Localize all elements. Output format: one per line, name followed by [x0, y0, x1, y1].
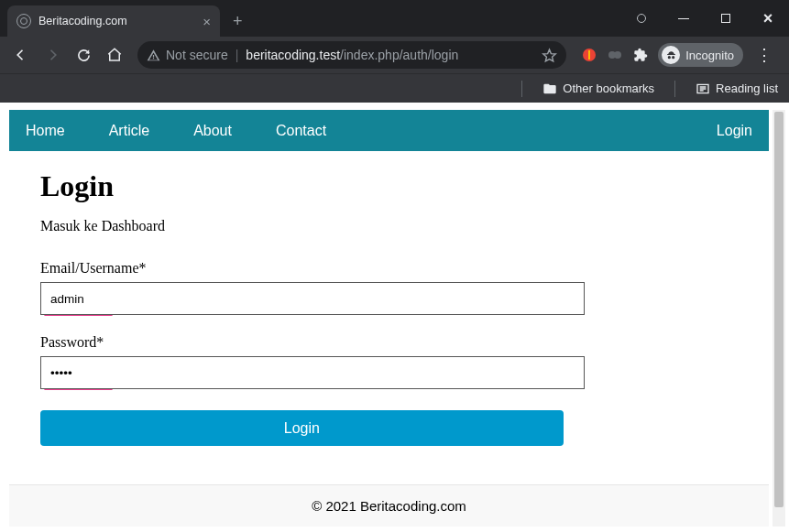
login-button[interactable]: Login: [40, 410, 564, 446]
window-minimize-button[interactable]: [663, 0, 705, 37]
window-close-button[interactable]: ×: [747, 0, 789, 37]
tab-title: Beritacoding.com: [38, 15, 195, 27]
nav-link-about[interactable]: About: [193, 123, 232, 139]
nav-home-button[interactable]: [101, 41, 128, 69]
nav-reload-button[interactable]: [70, 41, 97, 69]
page-subtitle: Masuk ke Dashboard: [40, 218, 738, 234]
window-maximize-button[interactable]: [705, 0, 747, 37]
email-label: Email/Username*: [40, 260, 738, 277]
scrollbar[interactable]: [773, 110, 785, 527]
nav-back-button[interactable]: [7, 41, 35, 69]
nav-link-home[interactable]: Home: [26, 123, 65, 139]
other-bookmarks-button[interactable]: Other bookmarks: [542, 81, 654, 95]
address-bar[interactable]: Not secure | beritacoding.test/index.php…: [137, 41, 566, 69]
url-text: beritacoding.test/index.php/auth/login: [246, 48, 458, 62]
bookmark-star-icon[interactable]: [542, 48, 557, 63]
password-label: Password*: [40, 334, 738, 351]
extension-icon-2[interactable]: [607, 47, 623, 63]
page-title: Login: [40, 169, 738, 203]
extension-icon-1[interactable]: [581, 47, 597, 63]
separator: [521, 81, 522, 97]
nav-link-login[interactable]: Login: [717, 123, 752, 139]
reading-list-button[interactable]: Reading list: [696, 81, 778, 95]
site-nav: Home Article About Contact Login: [9, 110, 769, 151]
list-icon: [696, 82, 710, 95]
separator: [674, 81, 675, 97]
close-icon[interactable]: ×: [203, 15, 211, 28]
account-indicator-icon[interactable]: [620, 0, 663, 37]
nav-link-article[interactable]: Article: [109, 123, 149, 139]
svg-rect-1: [588, 50, 590, 60]
footer-text: © 2021 Beritacoding.com: [312, 498, 466, 514]
browser-menu-button[interactable]: ⋮: [747, 45, 782, 65]
svg-point-3: [614, 51, 621, 59]
incognito-label: Incognito: [685, 49, 734, 62]
site-footer: © 2021 Beritacoding.com: [9, 484, 769, 527]
nav-link-contact[interactable]: Contact: [276, 123, 326, 139]
security-indicator[interactable]: Not secure: [147, 48, 228, 62]
password-field[interactable]: [40, 356, 585, 389]
incognito-badge[interactable]: Incognito: [658, 43, 743, 67]
security-label: Not secure: [166, 48, 228, 62]
scrollbar-thumb[interactable]: [774, 112, 784, 507]
nav-forward-button[interactable]: [38, 41, 66, 69]
warning-icon: [147, 49, 160, 62]
new-tab-button[interactable]: +: [220, 12, 256, 31]
browser-tab[interactable]: Beritacoding.com ×: [7, 5, 220, 37]
extensions-puzzle-icon[interactable]: [632, 47, 649, 63]
email-field[interactable]: [40, 282, 585, 315]
folder-icon: [542, 82, 557, 95]
globe-icon: [16, 14, 31, 28]
incognito-icon: [662, 46, 680, 64]
